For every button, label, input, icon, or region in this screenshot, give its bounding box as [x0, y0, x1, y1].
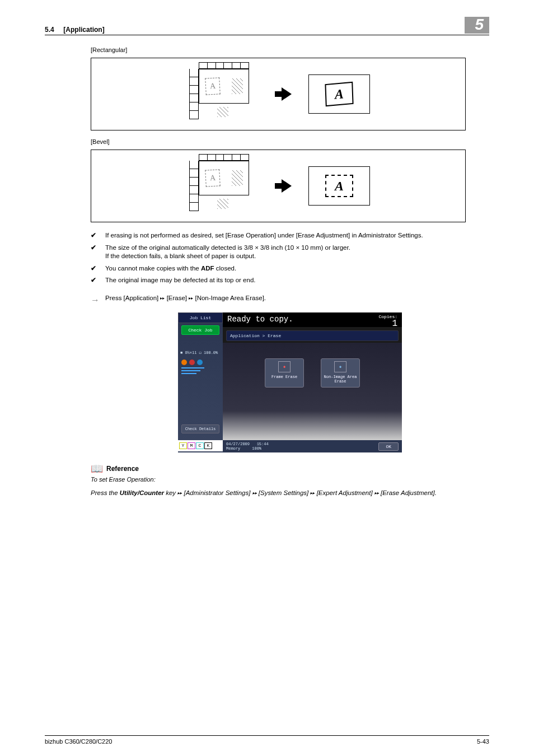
section-number: 5.4 — [45, 26, 54, 34]
book-icon: 📖 — [91, 463, 103, 475]
ok-button[interactable]: OK — [378, 442, 399, 451]
toner-icon — [181, 360, 187, 365]
label-bevel: [Bevel] — [91, 138, 489, 145]
screen-sidebar: Job List Check Job ■ 8½×11 ◻ 100.0% Chec… — [178, 312, 223, 452]
section-title: [Application] — [63, 26, 104, 34]
job-list-tab[interactable]: Job List — [178, 312, 223, 323]
original-glyph: A — [205, 169, 221, 186]
notes-list: ✔ If erasing is not performed as desired… — [91, 231, 489, 285]
toner-c: C — [196, 442, 204, 449]
arrow-right-icon: → — [91, 294, 105, 306]
toner-m: M — [188, 442, 195, 449]
device-screen: Job List Check Job ■ 8½×11 ◻ 100.0% Chec… — [178, 312, 402, 452]
check-icon: ✔ — [91, 244, 105, 261]
copies-counter: Copies: 1 — [378, 315, 397, 328]
non-image-erase-button[interactable]: ◈ Non-Image Area Erase — [321, 358, 360, 388]
label-rectangular: [Rectangular] — [91, 46, 489, 53]
check-icon: ✔ — [91, 264, 105, 273]
scanner-illustration: A — [186, 69, 265, 119]
output-frame: A — [308, 74, 370, 114]
toner-k: K — [204, 442, 212, 449]
footer-info: 04/27/2009 15:44 Memory 100% — [226, 442, 269, 451]
hatch-icon — [232, 170, 243, 186]
footer-pagenum: 5-43 — [477, 738, 489, 745]
arrow-right-icon — [282, 87, 292, 101]
breadcrumb: Application > Erase — [226, 330, 399, 341]
page-footer: bizhub C360/C280/C220 5-43 — [45, 735, 489, 745]
arrow-right-icon — [282, 179, 292, 193]
check-icon: ✔ — [91, 231, 105, 240]
note-text: The size of the original automatically d… — [105, 244, 350, 261]
reference-block: 📖 Reference To set Erase Operation: Pres… — [91, 463, 489, 497]
note-text: You cannot make copies with the ADF clos… — [105, 264, 236, 273]
nav-instruction: → Press [Application] ▸▸ [Erase] ▸▸ [Non… — [91, 294, 489, 306]
check-icon: ✔ — [91, 276, 105, 285]
note-text: The original image may be defected at it… — [105, 276, 256, 285]
output-glyph-bevel: A — [325, 175, 353, 197]
original-glyph: A — [205, 77, 221, 95]
toner-y: Y — [179, 442, 187, 449]
toner-icons — [181, 360, 219, 365]
hatch-icon — [217, 199, 228, 209]
reference-heading: 📖 Reference — [91, 463, 489, 475]
ready-text: Ready to copy. — [227, 315, 293, 324]
toner-icon — [189, 360, 195, 365]
reference-subtitle: To set Erase Operation: — [91, 476, 489, 483]
hatch-icon — [217, 107, 228, 117]
output-glyph-rect: A — [325, 82, 353, 106]
chapter-badge: 5 — [465, 17, 489, 34]
list-item: ✔ The original image may be defected at … — [91, 276, 489, 285]
hatch-icon — [232, 78, 243, 94]
section-heading: 5.4 [Application] — [45, 26, 105, 34]
status-area: ■ 8½×11 ◻ 100.0% — [178, 348, 223, 357]
toner-levels: Y M C K — [178, 440, 223, 451]
list-item: ✔ If erasing is not performed as desired… — [91, 231, 489, 240]
page-content: [Rectangular] A A [Bevel] A — [91, 46, 489, 497]
note-text: If erasing is not performed as desired, … — [105, 231, 423, 240]
diagram-bevel: A A — [91, 150, 466, 222]
status-bar: Ready to copy. Copies: 1 — [223, 312, 402, 327]
toner-icon — [197, 360, 203, 365]
non-image-erase-icon: ◈ — [334, 361, 346, 372]
screenshot-wrap: Job List Check Job ■ 8½×11 ◻ 100.0% Chec… — [91, 312, 489, 452]
list-item: ✔ You cannot make copies with the ADF cl… — [91, 264, 489, 273]
screen-main: Ready to copy. Copies: 1 Application > E… — [223, 312, 402, 452]
check-details-button[interactable]: Check Details — [181, 424, 219, 433]
nav-text: Press [Application] ▸▸ [Erase] ▸▸ [Non-I… — [105, 294, 266, 306]
diagram-rectangular: A A — [91, 58, 466, 130]
screen-footer: 04/27/2009 15:44 Memory 100% OK — [223, 440, 402, 452]
frame-erase-icon: ◆ — [278, 361, 291, 372]
reference-body: Press the Utility/Counter key ▸▸ [Admini… — [91, 488, 489, 497]
list-item: ✔ The size of the original automatically… — [91, 244, 489, 261]
tray-indicators — [181, 367, 219, 374]
page-header: 5.4 [Application] 5 — [45, 17, 489, 35]
footer-model: bizhub C360/C280/C220 — [45, 738, 112, 745]
screen-body: ◆ Frame Erase ◈ Non-Image Area Erase — [223, 343, 402, 440]
check-job-button[interactable]: Check Job — [181, 325, 219, 335]
output-frame: A — [308, 166, 370, 206]
frame-erase-button[interactable]: ◆ Frame Erase — [265, 358, 304, 388]
scanner-illustration: A — [186, 161, 265, 211]
